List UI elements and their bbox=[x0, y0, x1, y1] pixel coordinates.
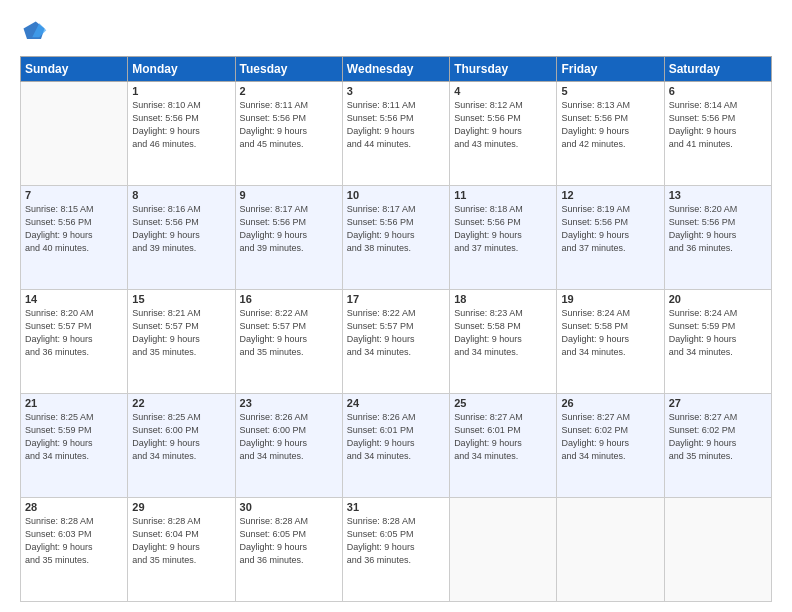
day-number: 30 bbox=[240, 501, 338, 513]
day-number: 12 bbox=[561, 189, 659, 201]
logo bbox=[20, 18, 52, 46]
day-info: Sunrise: 8:14 AM Sunset: 5:56 PM Dayligh… bbox=[669, 99, 767, 151]
calendar-cell: 21Sunrise: 8:25 AM Sunset: 5:59 PM Dayli… bbox=[21, 394, 128, 498]
day-info: Sunrise: 8:10 AM Sunset: 5:56 PM Dayligh… bbox=[132, 99, 230, 151]
day-info: Sunrise: 8:20 AM Sunset: 5:56 PM Dayligh… bbox=[669, 203, 767, 255]
calendar-cell: 9Sunrise: 8:17 AM Sunset: 5:56 PM Daylig… bbox=[235, 186, 342, 290]
calendar-cell: 31Sunrise: 8:28 AM Sunset: 6:05 PM Dayli… bbox=[342, 498, 449, 602]
day-info: Sunrise: 8:12 AM Sunset: 5:56 PM Dayligh… bbox=[454, 99, 552, 151]
calendar-cell: 8Sunrise: 8:16 AM Sunset: 5:56 PM Daylig… bbox=[128, 186, 235, 290]
day-number: 3 bbox=[347, 85, 445, 97]
day-number: 22 bbox=[132, 397, 230, 409]
day-number: 26 bbox=[561, 397, 659, 409]
day-number: 29 bbox=[132, 501, 230, 513]
day-number: 18 bbox=[454, 293, 552, 305]
day-info: Sunrise: 8:20 AM Sunset: 5:57 PM Dayligh… bbox=[25, 307, 123, 359]
calendar-cell: 24Sunrise: 8:26 AM Sunset: 6:01 PM Dayli… bbox=[342, 394, 449, 498]
day-info: Sunrise: 8:27 AM Sunset: 6:01 PM Dayligh… bbox=[454, 411, 552, 463]
day-number: 2 bbox=[240, 85, 338, 97]
day-info: Sunrise: 8:24 AM Sunset: 5:59 PM Dayligh… bbox=[669, 307, 767, 359]
calendar-cell: 23Sunrise: 8:26 AM Sunset: 6:00 PM Dayli… bbox=[235, 394, 342, 498]
day-info: Sunrise: 8:28 AM Sunset: 6:03 PM Dayligh… bbox=[25, 515, 123, 567]
calendar-cell: 14Sunrise: 8:20 AM Sunset: 5:57 PM Dayli… bbox=[21, 290, 128, 394]
day-info: Sunrise: 8:17 AM Sunset: 5:56 PM Dayligh… bbox=[347, 203, 445, 255]
calendar-week-row: 7Sunrise: 8:15 AM Sunset: 5:56 PM Daylig… bbox=[21, 186, 772, 290]
day-number: 20 bbox=[669, 293, 767, 305]
calendar-cell: 26Sunrise: 8:27 AM Sunset: 6:02 PM Dayli… bbox=[557, 394, 664, 498]
day-number: 10 bbox=[347, 189, 445, 201]
day-number: 11 bbox=[454, 189, 552, 201]
day-number: 25 bbox=[454, 397, 552, 409]
day-number: 1 bbox=[132, 85, 230, 97]
day-info: Sunrise: 8:22 AM Sunset: 5:57 PM Dayligh… bbox=[240, 307, 338, 359]
day-number: 8 bbox=[132, 189, 230, 201]
day-number: 17 bbox=[347, 293, 445, 305]
day-number: 13 bbox=[669, 189, 767, 201]
day-number: 6 bbox=[669, 85, 767, 97]
calendar-cell: 22Sunrise: 8:25 AM Sunset: 6:00 PM Dayli… bbox=[128, 394, 235, 498]
calendar-week-row: 1Sunrise: 8:10 AM Sunset: 5:56 PM Daylig… bbox=[21, 82, 772, 186]
day-number: 28 bbox=[25, 501, 123, 513]
calendar-cell: 27Sunrise: 8:27 AM Sunset: 6:02 PM Dayli… bbox=[664, 394, 771, 498]
calendar-table: SundayMondayTuesdayWednesdayThursdayFrid… bbox=[20, 56, 772, 602]
calendar-cell: 19Sunrise: 8:24 AM Sunset: 5:58 PM Dayli… bbox=[557, 290, 664, 394]
calendar-cell: 2Sunrise: 8:11 AM Sunset: 5:56 PM Daylig… bbox=[235, 82, 342, 186]
day-number: 24 bbox=[347, 397, 445, 409]
calendar-body: 1Sunrise: 8:10 AM Sunset: 5:56 PM Daylig… bbox=[21, 82, 772, 602]
day-info: Sunrise: 8:28 AM Sunset: 6:05 PM Dayligh… bbox=[347, 515, 445, 567]
day-info: Sunrise: 8:27 AM Sunset: 6:02 PM Dayligh… bbox=[561, 411, 659, 463]
calendar-cell: 1Sunrise: 8:10 AM Sunset: 5:56 PM Daylig… bbox=[128, 82, 235, 186]
day-number: 23 bbox=[240, 397, 338, 409]
day-info: Sunrise: 8:22 AM Sunset: 5:57 PM Dayligh… bbox=[347, 307, 445, 359]
calendar-cell bbox=[557, 498, 664, 602]
calendar-cell: 7Sunrise: 8:15 AM Sunset: 5:56 PM Daylig… bbox=[21, 186, 128, 290]
day-number: 19 bbox=[561, 293, 659, 305]
calendar-week-row: 28Sunrise: 8:28 AM Sunset: 6:03 PM Dayli… bbox=[21, 498, 772, 602]
weekday-header: Wednesday bbox=[342, 57, 449, 82]
weekday-header: Tuesday bbox=[235, 57, 342, 82]
calendar-cell: 5Sunrise: 8:13 AM Sunset: 5:56 PM Daylig… bbox=[557, 82, 664, 186]
day-info: Sunrise: 8:26 AM Sunset: 6:00 PM Dayligh… bbox=[240, 411, 338, 463]
calendar-cell: 28Sunrise: 8:28 AM Sunset: 6:03 PM Dayli… bbox=[21, 498, 128, 602]
day-info: Sunrise: 8:11 AM Sunset: 5:56 PM Dayligh… bbox=[347, 99, 445, 151]
day-number: 15 bbox=[132, 293, 230, 305]
weekday-header: Saturday bbox=[664, 57, 771, 82]
day-number: 4 bbox=[454, 85, 552, 97]
page: SundayMondayTuesdayWednesdayThursdayFrid… bbox=[0, 0, 792, 612]
weekday-header: Thursday bbox=[450, 57, 557, 82]
calendar-week-row: 21Sunrise: 8:25 AM Sunset: 5:59 PM Dayli… bbox=[21, 394, 772, 498]
day-info: Sunrise: 8:28 AM Sunset: 6:04 PM Dayligh… bbox=[132, 515, 230, 567]
day-info: Sunrise: 8:18 AM Sunset: 5:56 PM Dayligh… bbox=[454, 203, 552, 255]
day-number: 5 bbox=[561, 85, 659, 97]
day-number: 9 bbox=[240, 189, 338, 201]
day-info: Sunrise: 8:21 AM Sunset: 5:57 PM Dayligh… bbox=[132, 307, 230, 359]
calendar-cell bbox=[664, 498, 771, 602]
calendar-cell: 20Sunrise: 8:24 AM Sunset: 5:59 PM Dayli… bbox=[664, 290, 771, 394]
calendar-week-row: 14Sunrise: 8:20 AM Sunset: 5:57 PM Dayli… bbox=[21, 290, 772, 394]
calendar-cell: 13Sunrise: 8:20 AM Sunset: 5:56 PM Dayli… bbox=[664, 186, 771, 290]
calendar-cell: 3Sunrise: 8:11 AM Sunset: 5:56 PM Daylig… bbox=[342, 82, 449, 186]
day-info: Sunrise: 8:24 AM Sunset: 5:58 PM Dayligh… bbox=[561, 307, 659, 359]
calendar-cell: 6Sunrise: 8:14 AM Sunset: 5:56 PM Daylig… bbox=[664, 82, 771, 186]
day-info: Sunrise: 8:13 AM Sunset: 5:56 PM Dayligh… bbox=[561, 99, 659, 151]
day-number: 16 bbox=[240, 293, 338, 305]
header bbox=[20, 18, 772, 46]
day-number: 14 bbox=[25, 293, 123, 305]
day-info: Sunrise: 8:28 AM Sunset: 6:05 PM Dayligh… bbox=[240, 515, 338, 567]
calendar-cell: 29Sunrise: 8:28 AM Sunset: 6:04 PM Dayli… bbox=[128, 498, 235, 602]
day-number: 27 bbox=[669, 397, 767, 409]
calendar-cell: 16Sunrise: 8:22 AM Sunset: 5:57 PM Dayli… bbox=[235, 290, 342, 394]
calendar-cell bbox=[21, 82, 128, 186]
day-info: Sunrise: 8:16 AM Sunset: 5:56 PM Dayligh… bbox=[132, 203, 230, 255]
calendar-cell: 11Sunrise: 8:18 AM Sunset: 5:56 PM Dayli… bbox=[450, 186, 557, 290]
day-info: Sunrise: 8:23 AM Sunset: 5:58 PM Dayligh… bbox=[454, 307, 552, 359]
calendar-header: SundayMondayTuesdayWednesdayThursdayFrid… bbox=[21, 57, 772, 82]
calendar-cell: 30Sunrise: 8:28 AM Sunset: 6:05 PM Dayli… bbox=[235, 498, 342, 602]
day-number: 31 bbox=[347, 501, 445, 513]
weekday-header: Monday bbox=[128, 57, 235, 82]
day-info: Sunrise: 8:26 AM Sunset: 6:01 PM Dayligh… bbox=[347, 411, 445, 463]
calendar-cell: 12Sunrise: 8:19 AM Sunset: 5:56 PM Dayli… bbox=[557, 186, 664, 290]
calendar-cell: 25Sunrise: 8:27 AM Sunset: 6:01 PM Dayli… bbox=[450, 394, 557, 498]
day-info: Sunrise: 8:11 AM Sunset: 5:56 PM Dayligh… bbox=[240, 99, 338, 151]
calendar-cell: 18Sunrise: 8:23 AM Sunset: 5:58 PM Dayli… bbox=[450, 290, 557, 394]
